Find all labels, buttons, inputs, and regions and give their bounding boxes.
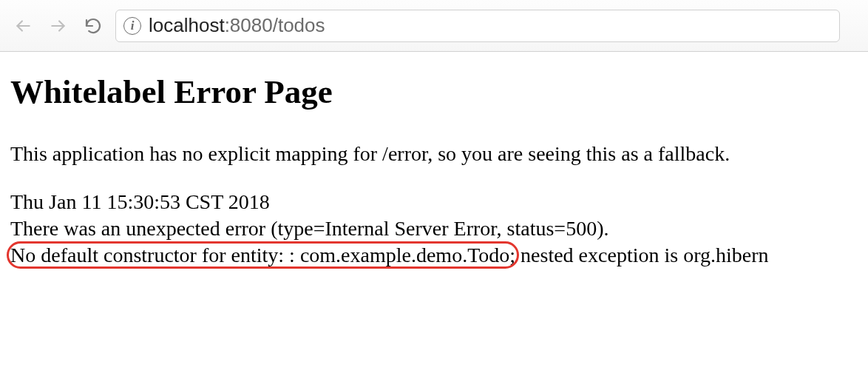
forward-icon[interactable] xyxy=(49,16,68,36)
address-bar[interactable]: i localhost:8080/todos xyxy=(115,10,840,42)
error-summary: There was an unexpected error (type=Inte… xyxy=(10,215,858,242)
url-path: /todos xyxy=(273,14,325,36)
error-subtitle: This application has no explicit mapping… xyxy=(10,141,858,167)
error-timestamp: Thu Jan 11 15:30:53 CST 2018 xyxy=(10,189,858,215)
url-text: localhost:8080/todos xyxy=(149,14,325,37)
browser-toolbar: i localhost:8080/todos xyxy=(0,0,868,52)
error-exception-highlighted: No default constructor for entity: : com… xyxy=(10,244,515,266)
page-title: Whitelabel Error Page xyxy=(10,71,858,114)
error-details: Thu Jan 11 15:30:53 CST 2018 There was a… xyxy=(10,189,858,268)
back-icon[interactable] xyxy=(13,16,33,36)
site-info-icon[interactable]: i xyxy=(123,17,141,35)
page-content: Whitelabel Error Page This application h… xyxy=(0,52,868,279)
error-exception: No default constructor for entity: : com… xyxy=(10,242,858,269)
url-host: localhost xyxy=(149,14,225,36)
error-exception-rest: nested exception is org.hibern xyxy=(515,244,768,266)
nav-buttons xyxy=(13,16,102,36)
url-port: :8080 xyxy=(225,14,273,36)
reload-icon[interactable] xyxy=(84,17,102,35)
